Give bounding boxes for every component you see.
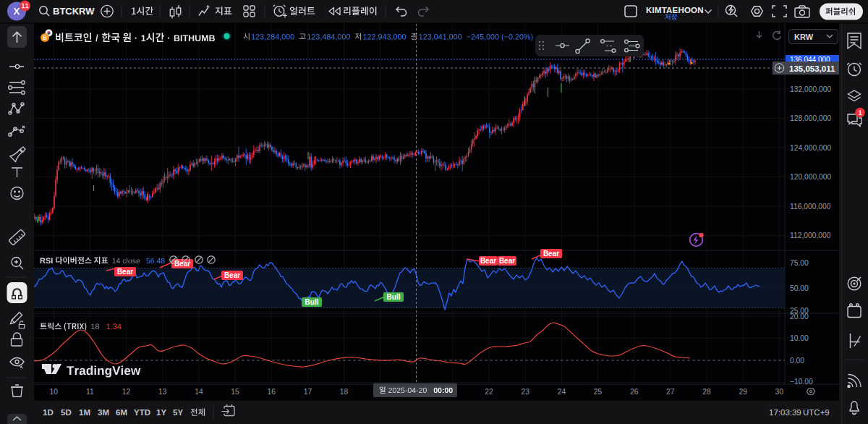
svg-text:128,000,000: 128,000,000 [790,114,832,122]
svg-text:11: 11 [86,388,94,396]
svg-text:116,000,000: 116,000,000 [790,203,831,211]
svg-text:30: 30 [775,388,784,396]
svg-text:18: 18 [340,388,349,396]
svg-text:26: 26 [630,388,639,396]
svg-text:17:03:39: 17:03:39 [769,408,801,417]
svg-text:KRW: KRW [794,33,814,41]
svg-text:16: 16 [267,388,276,396]
svg-text:5D: 5D [61,408,72,417]
svg-text:135,053,011: 135,053,011 [789,64,835,73]
svg-text:13: 13 [158,388,167,396]
svg-text:1D: 1D [43,408,54,417]
svg-text:−10.00: −10.00 [790,378,813,386]
svg-text:1Y: 1Y [156,408,166,417]
svg-text:29: 29 [739,388,747,396]
svg-text:20.00: 20.00 [790,313,809,321]
svg-text:14: 14 [195,388,203,396]
svg-text:Bull: Bull [387,293,401,301]
svg-text:75.00: 75.00 [790,259,809,267]
svg-text:120,000,000: 120,000,000 [790,173,832,181]
svg-text:Bear: Bear [117,268,133,276]
svg-text:27: 27 [666,388,675,396]
svg-text:25: 25 [594,388,603,396]
svg-text:5Y: 5Y [173,408,183,417]
svg-text:112,000,000: 112,000,000 [790,232,831,239]
svg-text:6M: 6M [116,408,127,417]
svg-text:KIMTAEHOON: KIMTAEHOON [646,6,704,14]
svg-text:YTD: YTD [134,408,150,417]
svg-text:0.00: 0.00 [790,357,804,365]
svg-text:10: 10 [50,388,59,396]
svg-text:23: 23 [521,388,529,396]
svg-text:28: 28 [702,388,711,396]
svg-text:Bull: Bull [305,298,319,306]
svg-text:15: 15 [231,388,239,396]
svg-text:24: 24 [558,388,566,396]
svg-text:22: 22 [485,388,493,396]
svg-text:Bear: Bear [499,257,515,265]
svg-text:17: 17 [304,388,312,396]
svg-text:124,000,000: 124,000,000 [790,144,832,152]
svg-text:12: 12 [122,388,131,396]
svg-text:50.00: 50.00 [790,284,809,292]
svg-text:Bear: Bear [224,271,240,279]
svg-text:3M: 3M [98,408,109,417]
svg-text:1M: 1M [79,408,90,417]
svg-text:10.00: 10.00 [790,334,809,342]
svg-text:Bear: Bear [480,257,496,265]
svg-text:Bear: Bear [543,250,559,258]
svg-text:132,000,000: 132,000,000 [790,85,832,93]
svg-text:UTC+9: UTC+9 [803,408,830,417]
svg-text:BTCKRW: BTCKRW [53,6,95,17]
